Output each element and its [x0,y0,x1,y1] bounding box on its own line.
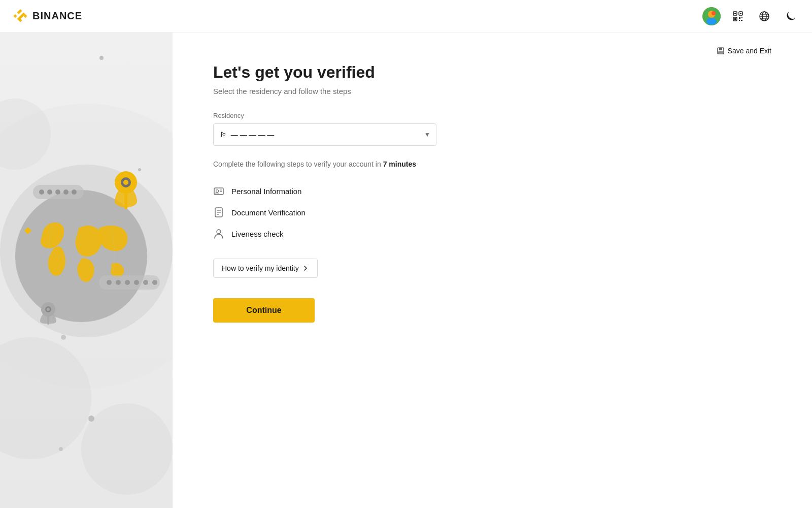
svg-rect-14 [741,20,742,21]
svg-rect-13 [739,20,740,21]
svg-point-48 [143,280,148,285]
logo-text: BINANCE [32,10,82,22]
save-icon [717,47,725,55]
step-personal-info: Personal Information [213,180,771,202]
continue-button[interactable]: Continue [213,298,315,323]
save-exit-label: Save and Exit [728,47,771,55]
svg-point-68 [217,230,221,234]
header-actions [702,7,800,25]
svg-rect-8 [740,13,741,14]
svg-point-53 [61,335,66,340]
svg-point-39 [47,189,52,195]
person-icon [213,228,224,239]
step-liveness-label: Liveness check [231,230,284,238]
how-to-verify-button[interactable]: How to verify my identity [213,259,318,278]
globe-icon[interactable] [755,7,773,25]
residency-select[interactable]: 🏳 — — — — — 🇺🇸 United States 🇬🇧 United K… [213,123,436,146]
step-personal-info-label: Personal Information [231,187,301,196]
svg-rect-6 [734,13,736,14]
svg-point-38 [39,189,44,195]
avatar-image [702,7,721,25]
svg-point-55 [59,447,63,451]
id-card-icon [213,185,224,197]
svg-rect-12 [741,17,742,18]
svg-point-36 [47,308,50,311]
steps-intro: Complete the following steps to verify y… [213,160,771,168]
svg-point-33 [123,180,128,185]
svg-point-45 [116,280,121,285]
save-exit-button[interactable]: Save and Exit [717,47,771,55]
header: BINANCE [0,0,812,33]
svg-point-60 [216,190,219,193]
svg-point-46 [125,280,130,285]
svg-point-41 [63,189,69,195]
svg-rect-57 [719,48,722,50]
step-liveness: Liveness check [213,223,771,244]
svg-point-52 [138,168,141,171]
logo[interactable]: BINANCE [12,8,82,24]
step-doc-verify-label: Document Verification [231,208,306,217]
page-title: Let's get you verified [213,63,771,82]
svg-point-44 [107,280,112,285]
svg-rect-58 [718,51,723,53]
dark-mode-icon[interactable] [782,7,800,25]
right-panel: Save and Exit Let's get you verified Sel… [173,33,812,508]
step-doc-verify: Document Verification [213,202,771,223]
verify-link-label: How to verify my identity [222,264,299,272]
chevron-right-icon [302,265,309,272]
user-avatar[interactable] [702,7,721,25]
svg-point-40 [55,189,60,195]
residency-label: Residency [213,112,771,119]
svg-point-4 [712,11,716,15]
page-subtitle: Select the residency and follow the step… [213,87,771,96]
main-layout: Save and Exit Let's get you verified Sel… [0,33,812,508]
svg-point-42 [72,189,77,195]
left-panel [0,33,173,508]
steps-list: Personal Information Document Verificati… [213,180,771,244]
svg-point-49 [152,280,157,285]
residency-select-wrapper: 🏳 — — — — — 🇺🇸 United States 🇬🇧 United K… [213,123,436,146]
illustration [0,33,173,508]
svg-point-22 [81,403,173,495]
qr-code-icon[interactable] [729,7,747,25]
document-icon [213,207,224,218]
svg-point-51 [99,56,104,60]
svg-point-54 [88,416,94,422]
svg-rect-11 [739,17,740,19]
svg-point-47 [134,280,139,285]
svg-point-3 [706,18,717,25]
binance-logo-icon [12,8,28,24]
svg-rect-10 [734,18,736,20]
